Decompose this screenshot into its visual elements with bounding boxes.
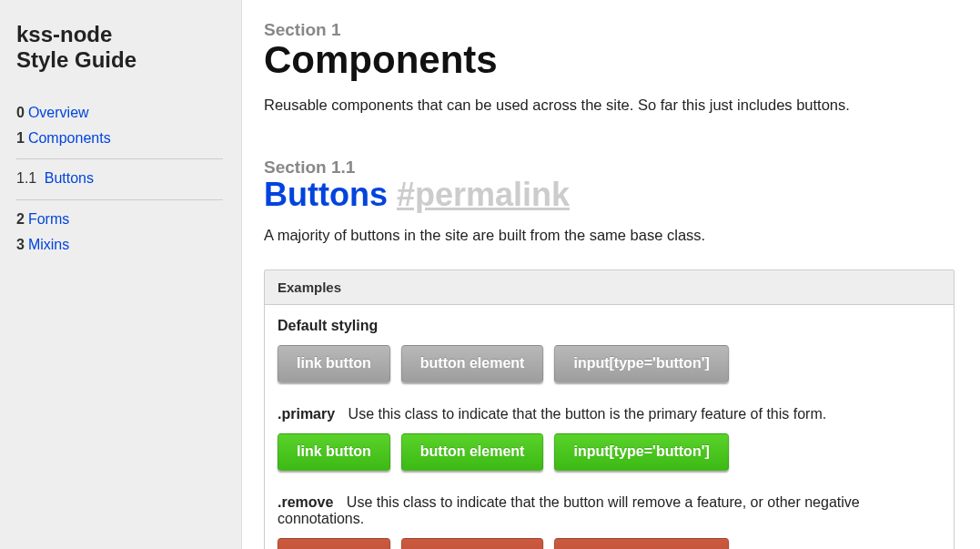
subsection-description: A majority of buttons in the site are bu… bbox=[264, 227, 955, 244]
nav-link[interactable]: Buttons bbox=[45, 170, 94, 186]
nav-num: 1.1 bbox=[16, 170, 36, 186]
variant-label-primary: .primary Use this class to indicate that… bbox=[278, 406, 941, 422]
button-element[interactable]: button element bbox=[401, 433, 544, 471]
link-button[interactable]: link button bbox=[278, 433, 390, 471]
section-description: Reusable components that can be used acr… bbox=[264, 97, 955, 114]
variant-text: Use this class to indicate that the butt… bbox=[278, 494, 860, 526]
main-content: Section 1 Components Reusable components… bbox=[242, 0, 980, 549]
link-button[interactable]: link button bbox=[278, 538, 390, 549]
link-button[interactable]: link button bbox=[278, 345, 390, 382]
permalink[interactable]: #permalink bbox=[397, 176, 570, 213]
button-element[interactable]: button element bbox=[401, 345, 544, 382]
variant-label-remove: .remove Use this class to indicate that … bbox=[278, 494, 941, 527]
site-title-line1: kss-node bbox=[16, 22, 112, 46]
sidebar-item-forms[interactable]: 2Forms bbox=[16, 208, 223, 231]
sidebar: kss-node Style Guide 0Overview 1Componen… bbox=[0, 0, 242, 549]
subsection-title: Buttons #permalink bbox=[264, 176, 955, 214]
button-element[interactable]: button element bbox=[401, 538, 544, 549]
variant-label-default: Default styling bbox=[278, 318, 941, 334]
nav-separator bbox=[16, 158, 223, 159]
examples-box: Examples Default styling link button but… bbox=[264, 269, 955, 549]
sidebar-item-overview[interactable]: 0Overview bbox=[16, 101, 223, 125]
variant-classname: .primary bbox=[278, 406, 335, 422]
nav-num: 1 bbox=[16, 130, 25, 146]
subsection-label: Section 1.1 bbox=[264, 158, 955, 178]
sidebar-item-components[interactable]: 1Components bbox=[16, 127, 223, 150]
site-title: kss-node Style Guide bbox=[16, 22, 223, 72]
nav-num: 0 bbox=[16, 105, 25, 120]
nav-link[interactable]: Forms bbox=[28, 211, 69, 227]
input-button[interactable]: input[type='button'] bbox=[554, 433, 728, 471]
nav-link[interactable]: Mixins bbox=[28, 237, 69, 252]
nav-link[interactable]: Components bbox=[28, 130, 111, 146]
variant-name: Default styling bbox=[278, 318, 378, 333]
nav-num: 2 bbox=[16, 211, 25, 227]
nav-link[interactable]: Overview bbox=[28, 105, 89, 120]
sidebar-item-buttons[interactable]: 1.1 Buttons bbox=[16, 167, 223, 190]
nav-separator bbox=[16, 199, 223, 200]
nav-num: 3 bbox=[16, 237, 25, 252]
section-title: Components bbox=[264, 38, 955, 82]
input-button[interactable]: input[type='button'] bbox=[554, 345, 728, 382]
section-label: Section 1 bbox=[264, 20, 955, 40]
site-title-line2: Style Guide bbox=[16, 47, 136, 72]
input-button[interactable]: input[type='button'] bbox=[554, 538, 728, 549]
button-row-default: link button button element input[type='b… bbox=[278, 345, 941, 382]
button-row-remove: link button button element input[type='b… bbox=[278, 538, 941, 549]
examples-body: Default styling link button button eleme… bbox=[265, 305, 954, 549]
variant-text: Use this class to indicate that the butt… bbox=[349, 406, 827, 422]
button-row-primary: link button button element input[type='b… bbox=[278, 433, 941, 471]
variant-classname: .remove bbox=[278, 494, 333, 510]
sidebar-item-mixins[interactable]: 3Mixins bbox=[16, 233, 223, 257]
examples-header: Examples bbox=[265, 270, 954, 305]
subsection-name: Buttons bbox=[264, 176, 388, 213]
